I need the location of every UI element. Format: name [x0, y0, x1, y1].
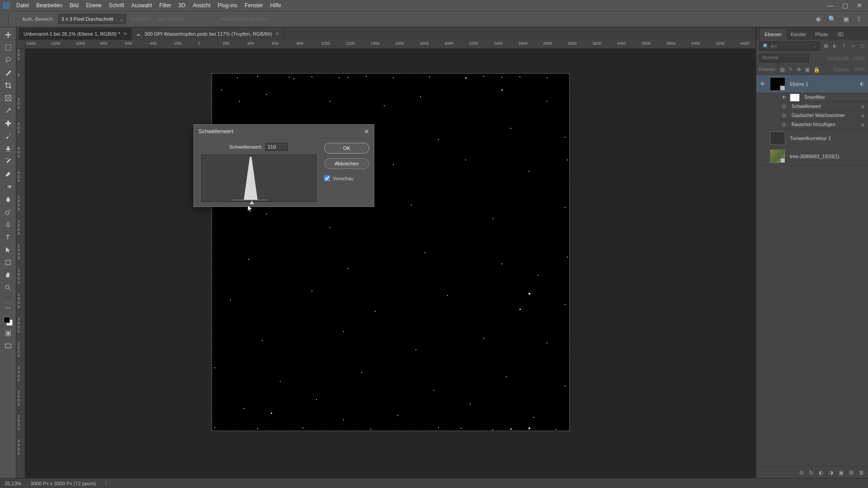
sample-size-dropdown[interactable]: 3 x 3 Pixel Durchschnitt: [58, 14, 126, 24]
move-tool[interactable]: [3, 30, 14, 40]
lock-position-icon[interactable]: ✥: [797, 66, 801, 73]
delete-layer-icon[interactable]: 🗑: [859, 469, 864, 476]
frame-tool[interactable]: [3, 93, 14, 103]
document-dimensions[interactable]: 3000 Px x 3000 Px (72 ppcm): [30, 481, 96, 486]
menu-ansicht[interactable]: Ansicht: [189, 0, 214, 11]
share-icon[interactable]: ⇧: [856, 15, 862, 23]
screenmode-tool[interactable]: [3, 341, 14, 351]
pen-tool[interactable]: [3, 220, 14, 230]
filter-type-icon[interactable]: T: [841, 43, 847, 49]
document-tab-1[interactable]: Unbenannt-1 bei 26,1% (Ebene 1, RGB/8) *…: [19, 28, 132, 40]
vertical-ruler[interactable]: 2 0 002 0 04 0 06 0 08 0 01 0 0 01 2 0 0…: [16, 49, 25, 478]
opacity-value[interactable]: 100%: [853, 56, 865, 61]
filter-adjust-icon[interactable]: ◐: [832, 43, 838, 49]
blur-tool[interactable]: [3, 194, 14, 204]
statusbar-flyout-icon[interactable]: 〉: [105, 480, 110, 487]
new-layer-icon[interactable]: ⊞: [849, 469, 854, 476]
workspace-icon[interactable]: ▣: [843, 15, 849, 23]
filter-shape-icon[interactable]: ▱: [850, 43, 856, 49]
tab-pfade[interactable]: Pfade: [811, 29, 833, 40]
tab-kanaele[interactable]: Kanäle: [786, 29, 811, 40]
lasso-tool[interactable]: [3, 55, 14, 65]
healing-tool[interactable]: [3, 118, 14, 128]
marquee-tool[interactable]: [3, 42, 14, 52]
menu-bild[interactable]: Bild: [66, 0, 82, 11]
layer-filter-dropdown[interactable]: 🔍 Art ⌄: [759, 42, 820, 51]
visibility-icon[interactable]: 👁: [758, 81, 767, 87]
histogram[interactable]: [201, 155, 316, 202]
layer-mask-icon[interactable]: ◐: [819, 469, 823, 476]
dodge-tool[interactable]: [3, 207, 14, 217]
menu-bearbeiten[interactable]: Bearbeiten: [33, 0, 66, 11]
tab-3d[interactable]: 3D: [833, 29, 848, 40]
canvas-viewport[interactable]: Schwellenwert ✕ Schwellenwert:: [25, 49, 755, 478]
edit-toolbar[interactable]: ⋯: [3, 302, 14, 312]
smartfilter-header[interactable]: 👁 Smartfilter: [779, 93, 868, 102]
close-icon[interactable]: ✕: [364, 128, 369, 135]
crop-tool[interactable]: [3, 80, 14, 90]
minimize-icon[interactable]: —: [826, 2, 835, 9]
horizontal-ruler[interactable]: -1400-1200-1000-800-600-400-200020040060…: [25, 40, 755, 49]
close-icon[interactable]: ×: [123, 31, 127, 37]
menu-auswahl[interactable]: Auswahl: [128, 0, 156, 11]
preview-checkbox-row[interactable]: Vorschau: [324, 175, 369, 181]
layer-name[interactable]: Tonwertkorrektur 1: [790, 136, 831, 141]
close-window-icon[interactable]: ✕: [855, 2, 863, 9]
tab-ebenen[interactable]: Ebenen: [760, 29, 786, 40]
foreground-color[interactable]: [4, 317, 10, 323]
layer-ebene1[interactable]: 👁 ▫ Ebene 1 ◐: [756, 75, 868, 93]
lock-pixels-icon[interactable]: ▦: [780, 66, 785, 73]
filter-options-icon[interactable]: ≡: [862, 122, 864, 127]
zoom-level[interactable]: 26,13%: [5, 481, 21, 486]
visibility-icon[interactable]: [782, 105, 786, 108]
stamp-tool[interactable]: [3, 144, 14, 154]
cancel-button[interactable]: Abbrechen: [324, 158, 369, 169]
filter-smart-icon[interactable]: ◫: [859, 43, 865, 49]
fill-value[interactable]: 100%: [854, 67, 865, 72]
filter-options-icon[interactable]: ≡: [862, 104, 864, 109]
menu-filter[interactable]: Filter: [156, 0, 175, 11]
menu-ebene[interactable]: Ebene: [82, 0, 105, 11]
gradient-tool[interactable]: [3, 182, 14, 192]
ok-button[interactable]: OK: [324, 143, 369, 154]
search-icon[interactable]: 🔍: [828, 15, 836, 23]
menu-hilfe[interactable]: Hilfe: [267, 0, 285, 11]
layer-tonwert[interactable]: Tonwertkorrektur 1: [756, 129, 868, 147]
quickmask-tool[interactable]: [3, 328, 14, 338]
visibility-icon[interactable]: [782, 123, 786, 127]
layer-tree[interactable]: ▫ tree-3095683_1920(1): [756, 147, 868, 165]
eyedropper-tool[interactable]: [3, 106, 14, 116]
filter-options-icon[interactable]: ≡: [862, 113, 864, 118]
filter-schwellenwert[interactable]: Schwellenwert ≡: [779, 102, 868, 111]
threshold-input[interactable]: [265, 143, 288, 151]
filter-pixel-icon[interactable]: ▦: [823, 43, 829, 49]
filter-mask-thumbnail[interactable]: [790, 94, 800, 102]
filter-gauss[interactable]: Gaußscher Weichzeichner ≡: [779, 111, 868, 120]
layer-thumbnail[interactable]: [770, 131, 785, 145]
maximize-icon[interactable]: ▢: [841, 2, 849, 9]
path-select-tool[interactable]: [3, 245, 14, 255]
zoom-tool[interactable]: [3, 283, 14, 293]
color-swatch[interactable]: [4, 317, 13, 326]
menu-schrift[interactable]: Schrift: [105, 0, 128, 11]
document-tab-2[interactable]: ☁ 300 DPI Wassertropfen.psdc bei 117% (T…: [132, 28, 283, 40]
lock-artboard-icon[interactable]: ▣: [805, 66, 810, 73]
layer-group-icon[interactable]: ▣: [839, 469, 844, 476]
dialog-title-bar[interactable]: Schwellenwert ✕: [194, 125, 374, 138]
eraser-tool[interactable]: [3, 169, 14, 179]
menu-plugins[interactable]: Plug-ins: [214, 0, 241, 11]
hand-tool[interactable]: [3, 270, 14, 280]
menu-datei[interactable]: Datei: [13, 0, 33, 11]
layer-thumbnail[interactable]: ▫: [770, 150, 785, 163]
layer-fx-icon[interactable]: fx: [809, 469, 813, 476]
eyedropper-tool-icon[interactable]: [13, 16, 18, 22]
lock-all-icon[interactable]: 🔒: [813, 66, 820, 73]
link-layers-icon[interactable]: ⊘: [799, 469, 804, 476]
menu-3d[interactable]: 3D: [175, 0, 189, 11]
threshold-slider-handle[interactable]: [250, 201, 254, 205]
layer-name[interactable]: tree-3095683_1920(1): [790, 154, 839, 159]
brush-tool[interactable]: [3, 131, 14, 141]
preview-checkbox[interactable]: [324, 175, 330, 181]
adjustment-layer-icon[interactable]: ◑: [829, 469, 833, 476]
filter-rauschen[interactable]: Rauschen hinzufügen ≡: [779, 120, 868, 129]
